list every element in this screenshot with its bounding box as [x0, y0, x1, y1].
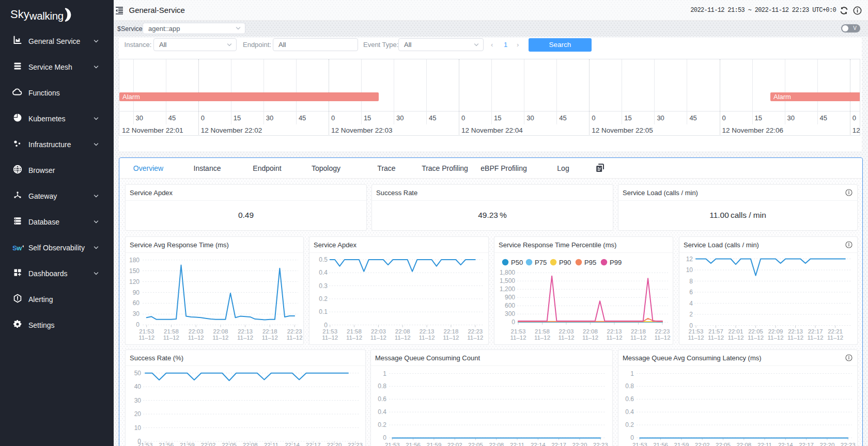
svg-text:21:53: 21:53	[689, 328, 704, 334]
svg-text:22:13: 22:13	[788, 328, 803, 334]
svg-text:11–12: 11–12	[443, 334, 459, 341]
svg-text:22:23: 22:23	[593, 442, 608, 446]
svg-text:0.2: 0.2	[625, 421, 634, 428]
svg-text:10: 10	[686, 266, 693, 274]
svg-text:22:03: 22:03	[371, 328, 386, 334]
svg-text:11–12: 11–12	[654, 334, 670, 341]
svg-text:21:58: 21:58	[535, 328, 550, 334]
svg-text:11–12: 11–12	[188, 334, 204, 341]
svg-text:21:53: 21:53	[322, 328, 337, 334]
svg-text:0.2: 0.2	[378, 421, 386, 428]
svg-text:22:17: 22:17	[799, 442, 814, 446]
svg-text:22:21: 22:21	[828, 328, 843, 334]
svg-text:21:58: 21:58	[164, 328, 179, 334]
svg-text:4: 4	[689, 300, 693, 307]
svg-text:30: 30	[133, 310, 140, 317]
svg-text:21:59: 21:59	[427, 442, 442, 446]
svg-text:11–12: 11–12	[582, 334, 598, 341]
svg-text:180: 180	[129, 257, 140, 264]
svg-text:11–12: 11–12	[138, 334, 154, 341]
svg-text:0: 0	[630, 434, 634, 441]
svg-text:22:20: 22:20	[572, 442, 587, 446]
svg-text:40: 40	[134, 383, 142, 390]
svg-text:11–12: 11–12	[346, 334, 362, 341]
svg-text:300: 300	[505, 310, 515, 317]
svg-text:0.2: 0.2	[319, 295, 328, 302]
svg-text:21:53: 21:53	[139, 328, 154, 334]
svg-text:22:08: 22:08	[489, 442, 504, 446]
svg-text:22:13: 22:13	[607, 328, 622, 334]
svg-text:11–12: 11–12	[322, 334, 338, 341]
svg-text:22:09: 22:09	[768, 328, 783, 334]
svg-text:11–12: 11–12	[287, 334, 303, 341]
svg-text:1: 1	[630, 370, 634, 377]
svg-text:P99: P99	[610, 259, 622, 266]
svg-text:21:59: 21:59	[674, 442, 689, 446]
svg-text:11–12: 11–12	[510, 334, 526, 341]
svg-text:P95: P95	[584, 259, 596, 266]
svg-text:0: 0	[324, 322, 328, 329]
svg-text:22:17: 22:17	[808, 328, 823, 334]
svg-text:11–12: 11–12	[768, 334, 784, 341]
svg-text:22:14: 22:14	[778, 442, 793, 446]
svg-text:20: 20	[134, 410, 142, 418]
svg-text:22:08: 22:08	[213, 328, 228, 334]
svg-text:11–12: 11–12	[630, 334, 646, 341]
svg-text:P90: P90	[559, 259, 571, 266]
svg-text:22:23: 22:23	[468, 328, 483, 334]
svg-text:22:14: 22:14	[531, 442, 546, 446]
svg-text:0.4: 0.4	[319, 269, 328, 276]
svg-text:11–12: 11–12	[467, 334, 483, 341]
svg-text:22:05: 22:05	[468, 442, 483, 446]
svg-text:22:03: 22:03	[559, 328, 574, 334]
svg-text:22:05: 22:05	[748, 328, 763, 334]
svg-text:11–12: 11–12	[395, 334, 411, 341]
svg-text:22:03: 22:03	[189, 328, 204, 334]
svg-text:11–12: 11–12	[370, 334, 386, 341]
svg-text:0.8: 0.8	[625, 383, 634, 390]
svg-text:0.6: 0.6	[625, 395, 634, 403]
svg-text:120: 120	[129, 278, 140, 285]
svg-text:11–12: 11–12	[212, 334, 228, 341]
svg-text:1,800: 1,800	[500, 269, 515, 276]
svg-text:22:18: 22:18	[631, 328, 646, 334]
svg-text:P75: P75	[535, 259, 547, 266]
svg-text:21:56: 21:56	[653, 442, 668, 446]
svg-text:11–12: 11–12	[808, 334, 824, 341]
svg-text:11–12: 11–12	[748, 334, 764, 341]
svg-text:21:53: 21:53	[385, 442, 400, 446]
svg-text:11–12: 11–12	[727, 334, 743, 341]
svg-text:0.5: 0.5	[319, 256, 328, 263]
svg-text:22:02: 22:02	[201, 442, 216, 446]
svg-text:22:23: 22:23	[841, 442, 856, 446]
svg-text:11–12: 11–12	[419, 334, 435, 341]
svg-text:11–12: 11–12	[558, 334, 574, 341]
svg-text:22:14: 22:14	[285, 442, 300, 446]
svg-text:21:53: 21:53	[511, 328, 526, 334]
svg-text:22:05: 22:05	[222, 442, 237, 446]
svg-text:21:53: 21:53	[138, 442, 153, 446]
svg-text:11–12: 11–12	[163, 334, 179, 341]
svg-text:22:17: 22:17	[551, 442, 566, 446]
svg-text:0.1: 0.1	[319, 308, 328, 315]
svg-text:22:20: 22:20	[327, 442, 342, 446]
svg-text:11–12: 11–12	[827, 334, 843, 341]
svg-text:22:23: 22:23	[287, 328, 302, 334]
svg-text:11–12: 11–12	[237, 334, 253, 341]
svg-text:1: 1	[383, 370, 386, 377]
svg-text:22:08: 22:08	[583, 328, 598, 334]
svg-text:22:20: 22:20	[820, 442, 835, 446]
svg-text:2: 2	[689, 311, 693, 318]
svg-text:22:11: 22:11	[757, 442, 772, 446]
svg-text:0.3: 0.3	[319, 282, 328, 290]
svg-text:21:57: 21:57	[708, 328, 723, 334]
svg-text:21:58: 21:58	[347, 328, 362, 334]
svg-text:11–12: 11–12	[262, 334, 278, 341]
svg-text:8: 8	[689, 278, 693, 285]
svg-text:21:59: 21:59	[180, 442, 195, 446]
svg-text:0.6: 0.6	[378, 395, 386, 403]
svg-text:P50: P50	[511, 259, 523, 266]
svg-text:150: 150	[129, 267, 140, 275]
svg-text:22:18: 22:18	[444, 328, 459, 334]
svg-text:21:56: 21:56	[159, 442, 174, 446]
